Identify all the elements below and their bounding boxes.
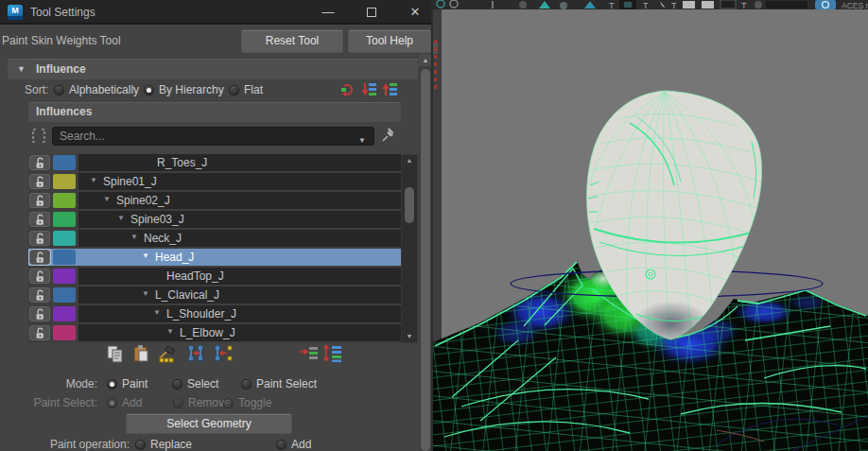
radio-option-paint-select[interactable]: Paint Select bbox=[241, 376, 317, 391]
pin-icon[interactable] bbox=[380, 128, 396, 144]
copy-vertex-weights-icon[interactable] bbox=[299, 344, 320, 363]
paste-vertex-weights-icon[interactable] bbox=[322, 344, 343, 363]
sort-list-descending-icon[interactable] bbox=[361, 81, 377, 97]
lock-button[interactable] bbox=[29, 193, 50, 208]
filter-marquee-icon[interactable] bbox=[31, 128, 46, 144]
move-weights-icon[interactable] bbox=[185, 344, 206, 363]
radio-option-add[interactable]: Add bbox=[276, 437, 311, 451]
joint-color-swatch[interactable] bbox=[53, 231, 76, 246]
expand-arrow-icon[interactable]: ▼ bbox=[166, 327, 174, 336]
joint-row-l_clavical_j[interactable]: ▼L_Clavical_J bbox=[28, 286, 401, 304]
scroll-down-icon[interactable]: ▼ bbox=[402, 331, 417, 342]
mode-row: Mode: PaintSelectPaint Select bbox=[0, 376, 416, 391]
prune-weights-icon[interactable] bbox=[157, 344, 180, 363]
scroll-up-icon[interactable]: ▲ bbox=[419, 54, 432, 66]
maximize-button[interactable] bbox=[357, 3, 386, 22]
copy-weights-icon[interactable] bbox=[106, 344, 125, 363]
expand-arrow-icon[interactable]: ▼ bbox=[142, 289, 149, 298]
radio-icon[interactable] bbox=[229, 85, 239, 95]
lock-button[interactable] bbox=[29, 212, 50, 227]
refresh-influence-list-icon[interactable] bbox=[340, 81, 356, 97]
paste-weights-icon[interactable] bbox=[131, 344, 150, 363]
scroll-up-icon[interactable]: ▲ bbox=[402, 155, 417, 166]
joint-color-swatch[interactable] bbox=[53, 287, 76, 303]
expand-arrow-icon[interactable]: ▼ bbox=[130, 233, 138, 241]
joint-name-cell[interactable]: ▼Neck_J bbox=[78, 230, 401, 247]
radio-icon[interactable] bbox=[135, 440, 146, 450]
select-geometry-button[interactable]: Select Geometry bbox=[126, 413, 292, 434]
title-bar[interactable]: M Tool Settings — ✕ bbox=[0, 0, 433, 25]
search-input[interactable]: Search... ▼ bbox=[52, 127, 374, 146]
joint-name-cell[interactable]: HeadTop_J bbox=[78, 268, 401, 285]
radio-icon[interactable] bbox=[54, 85, 64, 95]
joint-name: Spine02_J bbox=[116, 193, 170, 208]
panel-scrollbar[interactable]: ▲ bbox=[419, 54, 432, 451]
expand-arrow-icon[interactable]: ▼ bbox=[142, 252, 149, 260]
joint-color-swatch[interactable] bbox=[53, 155, 76, 170]
radio-option-by-hierarchy[interactable]: By Hierarchy bbox=[144, 82, 229, 97]
radio-option-alphabetically[interactable]: Alphabetically bbox=[54, 82, 144, 97]
joint-row-r_toes_j[interactable]: R_Toes_J bbox=[28, 154, 401, 171]
lock-button[interactable] bbox=[29, 325, 50, 340]
minimize-button[interactable]: — bbox=[314, 3, 342, 22]
joint-row-head_j[interactable]: ▼Head_J bbox=[28, 249, 401, 266]
lock-button[interactable] bbox=[29, 231, 50, 246]
move-weights-target-icon[interactable] bbox=[212, 344, 234, 363]
joint-row-spine03_j[interactable]: ▼Spine03_J bbox=[28, 211, 401, 228]
joint-name-cell[interactable]: ▼L_Clavical_J bbox=[78, 286, 401, 304]
scroll-thumb[interactable] bbox=[421, 69, 430, 451]
scroll-thumb[interactable] bbox=[405, 187, 414, 223]
svg-text:T: T bbox=[671, 1, 677, 10]
radio-icon[interactable] bbox=[144, 85, 154, 95]
tool-help-button[interactable]: Tool Help bbox=[348, 29, 431, 53]
radio-icon[interactable] bbox=[241, 379, 252, 390]
joint-row-l_shoulder_j[interactable]: ▼L_Shoulder_J bbox=[28, 305, 401, 322]
joint-color-swatch[interactable] bbox=[53, 306, 76, 321]
joint-row-headtop_j[interactable]: HeadTop_J bbox=[28, 268, 401, 285]
reset-tool-button[interactable]: Reset Tool bbox=[241, 29, 343, 53]
joint-name-cell[interactable]: ▼L_Elbow_J bbox=[78, 324, 401, 341]
lock-button[interactable] bbox=[29, 269, 50, 284]
influence-joint-list[interactable]: R_Toes_J▼Spine01_J▼Spine02_J▼Spine03_J▼N… bbox=[28, 154, 401, 343]
joint-color-swatch[interactable] bbox=[53, 325, 76, 340]
lock-button[interactable] bbox=[29, 287, 50, 303]
joint-name-cell[interactable]: ▼Spine03_J bbox=[78, 211, 401, 228]
viewport-3d[interactable]: T T T T ACES no bbox=[433, 0, 868, 451]
influence-section-header[interactable]: ▼ Influence bbox=[8, 59, 418, 79]
expand-arrow-icon[interactable]: ▼ bbox=[117, 214, 125, 222]
lock-button[interactable] bbox=[29, 174, 50, 189]
joint-row-spine02_j[interactable]: ▼Spine02_J bbox=[28, 192, 401, 209]
radio-option-select[interactable]: Select bbox=[172, 376, 241, 391]
radio-icon[interactable] bbox=[276, 440, 286, 450]
joint-name-cell[interactable]: ▼Spine02_J bbox=[78, 192, 401, 209]
radio-option-paint[interactable]: Paint bbox=[107, 376, 172, 391]
paint-select-label: Paint Select: bbox=[0, 396, 97, 409]
joint-name-cell[interactable]: ▼L_Shoulder_J bbox=[78, 305, 401, 322]
sort-list-ascending-icon[interactable] bbox=[382, 81, 398, 97]
joint-name-cell[interactable]: R_Toes_J bbox=[78, 154, 401, 171]
expand-arrow-icon[interactable]: ▼ bbox=[153, 308, 161, 317]
joint-name-cell[interactable]: ▼Head_J bbox=[78, 249, 401, 266]
radio-option-flat[interactable]: Flat bbox=[229, 82, 263, 97]
joint-name-cell[interactable]: ▼Spine01_J bbox=[78, 173, 401, 190]
joint-color-swatch[interactable] bbox=[53, 250, 76, 265]
expand-arrow-icon[interactable]: ▼ bbox=[90, 176, 97, 184]
joint-list-scrollbar[interactable]: ▲ ▼ bbox=[401, 154, 418, 343]
lock-button[interactable] bbox=[29, 155, 50, 170]
search-dropdown-icon[interactable]: ▼ bbox=[358, 132, 366, 149]
joint-color-swatch[interactable] bbox=[53, 193, 76, 208]
joint-color-swatch[interactable] bbox=[53, 269, 76, 284]
joint-row-spine01_j[interactable]: ▼Spine01_J bbox=[28, 173, 401, 190]
joint-row-l_elbow_j[interactable]: ▼L_Elbow_J bbox=[28, 324, 401, 341]
radio-icon[interactable] bbox=[107, 379, 117, 390]
radio-icon[interactable] bbox=[172, 379, 182, 390]
lock-button[interactable] bbox=[29, 250, 50, 265]
joint-color-swatch[interactable] bbox=[53, 174, 76, 189]
expand-arrow-icon[interactable]: ▼ bbox=[103, 195, 111, 203]
radio-label: By Hierarchy bbox=[159, 83, 224, 96]
close-button[interactable]: ✕ bbox=[401, 3, 429, 22]
joint-row-neck_j[interactable]: ▼Neck_J bbox=[28, 230, 401, 247]
joint-color-swatch[interactable] bbox=[53, 212, 76, 227]
lock-button[interactable] bbox=[29, 306, 50, 321]
radio-option-replace[interactable]: Replace bbox=[135, 437, 276, 451]
